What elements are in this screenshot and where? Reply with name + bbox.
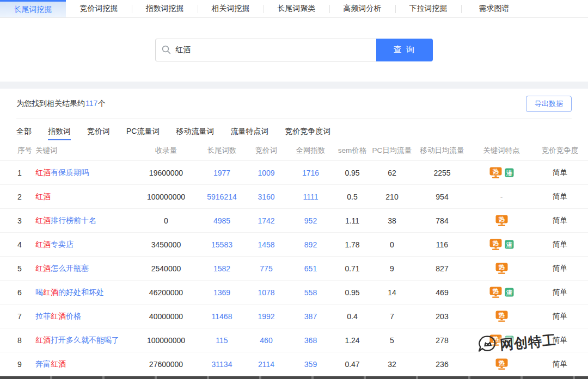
cell-bid-words-link[interactable]: 1992 <box>245 312 287 321</box>
svg-text:潜: 潜 <box>506 241 513 248</box>
cell-longtail-count-link[interactable]: 115 <box>199 336 245 345</box>
filter-tab-5[interactable]: 移动流量词 <box>176 127 214 140</box>
cell-web-index-link[interactable]: 651 <box>287 264 334 273</box>
top-tab-2[interactable]: 竞价词挖掘 <box>66 0 132 17</box>
cell-longtail-count-link[interactable]: 31134 <box>199 360 245 369</box>
cell-bid-words-link[interactable]: 460 <box>245 336 287 345</box>
cell-keyword-features: 热 <box>471 263 532 274</box>
cell-web-index-link[interactable]: 892 <box>287 240 334 249</box>
search-button[interactable]: 查 询 <box>376 39 433 61</box>
cell-included-count: 100000000 <box>133 192 199 201</box>
cell-longtail-count-link[interactable]: 4985 <box>199 216 245 225</box>
top-tab-1[interactable]: 长尾词挖掘 <box>0 0 66 17</box>
column-header-7: sem价格 <box>334 146 371 156</box>
cell-longtail-count-link[interactable]: 5916214 <box>199 192 245 201</box>
results-count-text: 为您找到相关结果约117个 <box>16 99 106 109</box>
svg-text:热: 热 <box>498 264 505 271</box>
cell-mobile-traffic: 954 <box>413 192 471 201</box>
svg-text:热: 热 <box>498 312 505 319</box>
results-suffix: 个 <box>98 99 106 108</box>
cell-bid-words-link[interactable]: 1458 <box>245 240 287 249</box>
cell-web-index-link[interactable]: 368 <box>287 336 334 345</box>
cell-keyword-link[interactable]: 红酒排行榜前十名 <box>35 216 133 226</box>
cell-bid-words-link[interactable]: 3160 <box>245 192 287 201</box>
cell-row-number: 4 <box>0 240 35 249</box>
cell-row-number: 8 <box>0 336 35 345</box>
cell-row-number: 1 <box>0 169 35 177</box>
cell-bid-words-link[interactable]: 1078 <box>245 288 287 297</box>
top-tab-5[interactable]: 长尾词聚类 <box>264 0 329 17</box>
cell-keyword-link[interactable]: 红酒打开多久就不能喝了 <box>35 335 133 345</box>
cell-keyword-link[interactable]: 红酒专卖店 <box>35 240 133 250</box>
cell-keyword-link[interactable]: 喝红酒的好处和坏处 <box>35 288 133 297</box>
cell-pc-traffic: 14 <box>371 288 413 297</box>
filter-tab-3[interactable]: 竞价词 <box>87 127 110 140</box>
cell-bid-words-link[interactable]: 775 <box>245 264 287 273</box>
potential-badge-icon: 潜 <box>505 288 514 297</box>
cell-competition-level: 简单 <box>532 168 588 178</box>
keyword-results-table: 序号关键词收录量长尾词数竞价词全网指数sem价格PC日均流量移动日均流量关键词特… <box>0 140 588 376</box>
cell-sem-price: 0.5 <box>334 192 371 201</box>
svg-text:热: 热 <box>492 168 499 175</box>
filter-tab-1[interactable]: 全部 <box>16 127 32 140</box>
keyword-suffix: 有保质期吗 <box>51 168 89 178</box>
cell-mobile-traffic: 278 <box>413 336 471 345</box>
cell-longtail-count-link[interactable]: 1369 <box>199 288 245 297</box>
table-header-row: 序号关键词收录量长尾词数竞价词全网指数sem价格PC日均流量移动日均流量关键词特… <box>0 140 588 161</box>
cell-mobile-traffic: 469 <box>413 288 471 297</box>
cell-keyword-link[interactable]: 红酒怎么开瓶塞 <box>35 264 133 274</box>
cell-web-index-link[interactable]: 1716 <box>287 169 334 177</box>
filter-tab-7[interactable]: 竞价竞争度词 <box>285 127 330 140</box>
cell-keyword-features: 热潜 <box>471 167 532 178</box>
export-data-button[interactable]: 导出数据 <box>526 96 572 112</box>
top-tab-6[interactable]: 高频词分析 <box>329 0 395 17</box>
cell-web-index-link[interactable]: 952 <box>287 216 334 225</box>
top-tab-bar: 长尾词挖掘竞价词挖掘指数词挖掘相关词挖掘长尾词聚类高频词分析下拉词挖掘需求图谱 <box>0 0 588 18</box>
cell-bid-words-link[interactable]: 2114 <box>245 360 287 369</box>
cell-web-index-link[interactable]: 387 <box>287 312 334 321</box>
cell-row-number: 2 <box>0 192 35 201</box>
hot-monitor-icon: 热 <box>489 334 502 346</box>
cell-longtail-count-link[interactable]: 11468 <box>199 312 245 321</box>
cell-bid-words-link[interactable]: 1742 <box>245 216 287 225</box>
cell-bid-words-link[interactable]: 1009 <box>245 169 287 177</box>
cell-row-number: 9 <box>0 360 35 369</box>
cell-longtail-count-link[interactable]: 15583 <box>199 240 245 249</box>
keyword-match: 红酒 <box>35 264 51 274</box>
top-tab-7[interactable]: 下拉词挖掘 <box>395 0 461 17</box>
table-row: 8红酒打开多久就不能喝了1000000001154603681.245278热潜… <box>0 328 588 352</box>
cell-web-index-link[interactable]: 1111 <box>287 192 334 201</box>
cell-pc-traffic: 9 <box>371 264 413 273</box>
column-header-10: 关键词特点 <box>471 146 532 156</box>
cell-keyword-link[interactable]: 奔富红酒 <box>35 359 133 369</box>
filter-tab-2[interactable]: 指数词 <box>48 127 71 140</box>
top-tab-8[interactable]: 需求图谱 <box>461 0 527 17</box>
keyword-suffix: 的好处和坏处 <box>58 288 104 297</box>
cell-longtail-count-link[interactable]: 1582 <box>199 264 245 273</box>
cell-sem-price: 0.71 <box>334 264 371 273</box>
cell-keyword-link[interactable]: 红酒有保质期吗 <box>35 168 133 178</box>
cell-sem-price: 0.95 <box>334 169 371 177</box>
cell-pc-traffic: 62 <box>371 169 413 177</box>
cell-web-index-link[interactable]: 359 <box>287 360 334 369</box>
cell-mobile-traffic: 2255 <box>413 169 471 177</box>
cell-keyword-link[interactable]: 红酒 <box>35 192 133 202</box>
cell-competition-level: 简单 <box>532 240 588 250</box>
cell-keyword-link[interactable]: 拉菲红酒价格 <box>35 312 133 321</box>
top-tab-4[interactable]: 相关词挖掘 <box>198 0 264 17</box>
top-tab-3[interactable]: 指数词挖掘 <box>132 0 198 17</box>
table-row: 3红酒排行榜前十名0498517429521.1138784热简单 <box>0 209 588 233</box>
cell-keyword-features: 热潜 <box>471 287 532 298</box>
cell-row-number: 6 <box>0 288 35 297</box>
cell-web-index-link[interactable]: 558 <box>287 288 334 297</box>
search-input[interactable] <box>175 46 370 54</box>
cell-mobile-traffic: 116 <box>413 240 471 249</box>
filter-tab-4[interactable]: PC流量词 <box>126 127 160 140</box>
svg-text:热: 热 <box>492 335 499 343</box>
keyword-match: 红酒 <box>35 335 51 345</box>
filter-tab-6[interactable]: 流量特点词 <box>230 127 268 140</box>
cell-keyword-features: 热潜 <box>471 334 532 346</box>
results-prefix: 为您找到相关结果约 <box>16 99 85 108</box>
cell-longtail-count-link[interactable]: 1977 <box>199 169 245 177</box>
cell-sem-price: 1.24 <box>334 336 371 345</box>
